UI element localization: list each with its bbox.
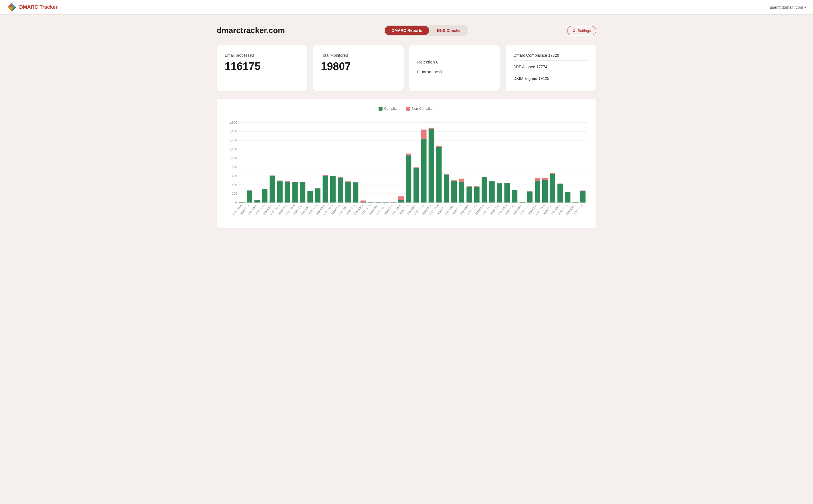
email-processed-value: 116175 [225,60,299,73]
dmarc-compliance-value: 17729 [548,53,559,58]
svg-rect-96 [429,128,434,129]
svg-text:1,200: 1,200 [229,148,237,151]
svg-rect-46 [300,182,305,203]
svg-rect-90 [414,167,419,168]
svg-rect-132 [520,202,525,202]
svg-rect-105 [452,180,457,181]
svg-rect-138 [535,178,540,181]
svg-rect-31 [262,189,267,203]
svg-rect-24 [247,190,252,191]
quarantine-label: Quarantine [417,69,438,74]
svg-rect-103 [444,175,449,203]
svg-text:1,400: 1,400 [229,139,237,142]
compliant-dot [378,107,382,111]
total-monitored-label: Total Monitored [321,53,396,58]
svg-rect-151 [565,192,570,203]
main-content: dmarctracker.com DMARC Reports DNS Check… [203,15,610,238]
svg-rect-43 [292,182,297,203]
svg-rect-106 [452,181,457,203]
svg-rect-36 [277,181,282,181]
svg-rect-102 [444,174,449,175]
svg-rect-58 [330,176,336,203]
dkim-aligned-label: DKIM aligned [514,76,537,81]
svg-rect-141 [542,178,548,180]
svg-rect-120 [489,181,495,181]
svg-rect-100 [436,147,442,203]
total-monitored-value: 19807 [321,60,396,73]
svg-rect-111 [467,186,472,187]
svg-rect-28 [254,200,260,203]
svg-rect-84 [398,196,404,200]
svg-rect-148 [557,184,563,203]
spf-aligned-label: SPF Aligned [514,65,535,69]
domain-title: dmarctracker.com [217,26,285,35]
dmarc-compliance-label: Dmarc Complaince [514,53,547,58]
logo-text: DMARC Tracker [19,4,58,10]
user-menu[interactable]: user@domain.com ▾ [770,5,806,10]
svg-rect-48 [307,191,313,191]
svg-rect-108 [459,179,465,182]
svg-rect-94 [421,139,427,203]
svg-text:1,000: 1,000 [229,156,237,160]
svg-rect-66 [353,182,358,182]
svg-rect-124 [497,183,502,203]
svg-rect-87 [406,154,411,155]
svg-text:1,600: 1,600 [229,130,237,133]
tab-dns-checks[interactable]: DNS Checks [430,26,467,35]
chart-card: Compliant Non-Compliant 02004006008001,0… [217,99,596,228]
svg-rect-129 [512,190,517,190]
svg-rect-99 [436,146,442,147]
svg-rect-54 [323,175,328,176]
svg-rect-49 [307,191,313,203]
non-compliant-dot [406,107,410,111]
quarantine-value: 0 [439,69,442,74]
dkim-aligned-row: DKIM aligned 19125 [514,76,588,81]
svg-rect-139 [535,181,540,203]
chart-area: 02004006008001,0001,2001,4001,6001,80020… [223,115,590,222]
svg-rect-142 [542,180,548,203]
logo-icon [7,2,17,12]
legend-non-compliant: Non-Compliant [406,107,435,111]
svg-rect-150 [565,192,570,192]
svg-text:0: 0 [235,201,237,204]
svg-rect-127 [505,183,510,203]
svg-rect-91 [414,168,419,203]
svg-rect-157 [580,191,586,203]
svg-rect-93 [421,130,427,139]
quarantine-row: Quarantine 0 [417,69,492,74]
svg-rect-147 [557,183,563,184]
svg-rect-67 [353,182,358,203]
settings-icon: ⚙ [573,29,576,33]
stat-card-rejection-quarantine: Rejection 0 Quarantine 0 [409,45,500,91]
svg-rect-136 [527,192,533,203]
svg-rect-51 [315,188,320,188]
non-compliant-label: Non-Compliant [412,107,435,111]
svg-rect-52 [315,188,320,203]
svg-rect-144 [550,173,555,174]
svg-rect-64 [345,182,350,203]
svg-text:1,800: 1,800 [229,121,237,124]
compliant-label: Compliant [384,107,399,111]
stat-card-compliance: Dmarc Complaince 17729 SPF Aligned 17774… [506,45,596,91]
svg-rect-156 [580,190,586,191]
stats-row: Email processed 116175 Total Monitored 1… [217,45,596,91]
svg-rect-97 [429,129,434,203]
svg-rect-85 [398,200,404,203]
logo: DMARC Tracker [7,2,58,12]
svg-rect-30 [262,189,267,189]
dmarc-compliance-row: Dmarc Complaince 17729 [514,53,588,61]
svg-rect-118 [482,177,487,203]
rejection-label: Rejection [417,60,435,64]
svg-rect-115 [474,187,479,203]
svg-text:400: 400 [232,183,237,187]
svg-text:600: 600 [232,174,237,178]
dkim-aligned-value: 19125 [538,76,549,81]
settings-button[interactable]: ⚙ Settings [567,26,596,35]
svg-rect-37 [277,181,282,203]
svg-rect-69 [360,200,366,202]
svg-rect-40 [285,182,290,203]
tab-dmarc-reports[interactable]: DMARC Reports [385,26,429,35]
tab-group: DMARC Reports DNS Checks [383,25,468,36]
svg-rect-109 [459,182,465,203]
legend-compliant: Compliant [378,107,399,111]
